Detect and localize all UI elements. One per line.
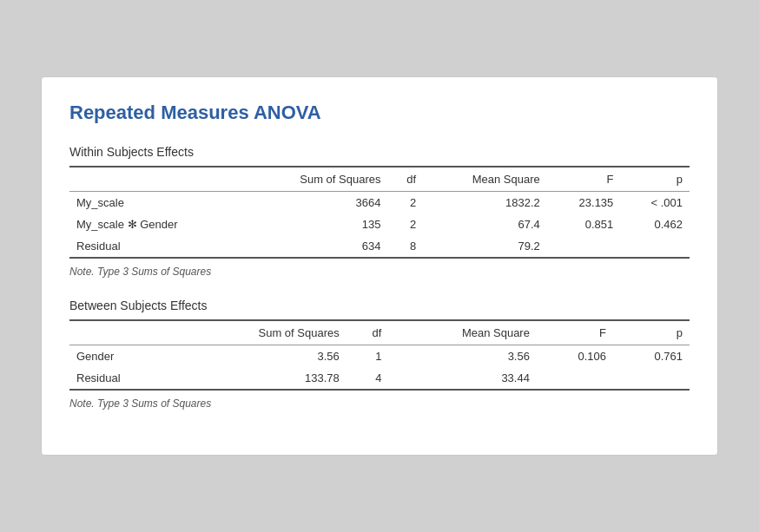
within-note: Note. Type 3 Sums of Squares: [69, 266, 690, 278]
within-col-sumsq: Sum of Squares: [244, 167, 388, 192]
row-label: Gender: [69, 345, 175, 368]
between-col-df: df: [346, 320, 389, 345]
row-cell: 1: [346, 345, 389, 368]
within-section-title: Within Subjects Effects: [69, 145, 690, 159]
row-cell: < .001: [620, 192, 690, 214]
between-section-title: Between Subjects Effects: [69, 299, 690, 312]
within-col-df: df: [387, 167, 423, 192]
row-cell: [537, 367, 613, 390]
anova-card: Repeated Measures ANOVA Within Subjects …: [41, 76, 718, 456]
between-col-sumsq: Sum of Squares: [175, 320, 346, 345]
within-table: Sum of Squares df Mean Square F p My_sca…: [69, 166, 690, 259]
between-note: Note. Type 3 Sums of Squares: [69, 397, 690, 410]
row-cell: [547, 235, 621, 258]
table-row: My_scale ✻ Gender135267.40.8510.462: [69, 213, 690, 235]
between-note-text: Note. Type 3 Sums of Squares: [69, 397, 211, 410]
row-cell: 135: [244, 213, 388, 235]
row-cell: [620, 235, 690, 258]
within-col-label: [69, 167, 244, 192]
between-table: Sum of Squares df Mean Square F p Gender…: [69, 319, 690, 391]
row-cell: 2: [387, 213, 423, 235]
within-col-meansq: Mean Square: [423, 167, 547, 192]
within-col-p: p: [620, 167, 690, 192]
table-row: Gender3.5613.560.1060.761: [69, 345, 690, 368]
page-title: Repeated Measures ANOVA: [69, 102, 690, 124]
row-label: Residual: [69, 235, 244, 258]
row-cell: 1832.2: [423, 192, 547, 214]
between-col-label: [69, 320, 175, 345]
row-cell: 3.56: [388, 345, 537, 368]
row-cell: 0.106: [537, 345, 613, 368]
row-cell: 33.44: [388, 367, 537, 390]
row-cell: 67.4: [423, 213, 547, 235]
row-label: My_scale: [69, 192, 244, 214]
table-row: Residual634879.2: [69, 235, 690, 258]
row-cell: 133.78: [175, 367, 346, 390]
between-header-row: Sum of Squares df Mean Square F p: [69, 320, 690, 345]
row-label: My_scale ✻ Gender: [69, 213, 244, 235]
row-cell: 4: [346, 367, 389, 390]
row-cell: 0.462: [620, 213, 690, 235]
row-cell: 0.761: [613, 345, 690, 368]
within-col-f: F: [547, 167, 621, 192]
between-col-f: F: [537, 320, 613, 345]
row-cell: 634: [244, 235, 388, 258]
between-col-p: p: [613, 320, 690, 345]
row-cell: 0.851: [547, 213, 621, 235]
within-header-row: Sum of Squares df Mean Square F p: [69, 167, 690, 192]
within-note-text: Note. Type 3 Sums of Squares: [69, 266, 211, 278]
within-subjects-section: Within Subjects Effects Sum of Squares d…: [69, 145, 690, 278]
table-row: My_scale366421832.223.135< .001: [69, 192, 690, 214]
row-cell: 79.2: [423, 235, 547, 258]
row-cell: 3664: [244, 192, 388, 214]
between-subjects-section: Between Subjects Effects Sum of Squares …: [69, 299, 690, 410]
row-cell: 2: [387, 192, 423, 214]
row-cell: 23.135: [547, 192, 621, 214]
table-row: Residual133.78433.44: [69, 367, 690, 390]
row-cell: 8: [387, 235, 423, 258]
between-col-meansq: Mean Square: [388, 320, 537, 345]
row-cell: [613, 367, 690, 390]
row-label: Residual: [69, 367, 175, 390]
row-cell: 3.56: [175, 345, 346, 368]
